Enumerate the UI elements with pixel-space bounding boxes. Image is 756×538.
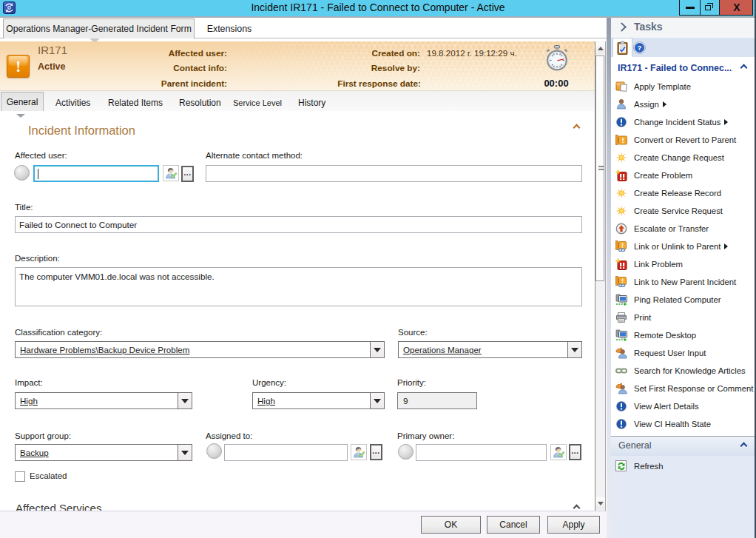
svg-text:?: ? xyxy=(638,44,642,52)
